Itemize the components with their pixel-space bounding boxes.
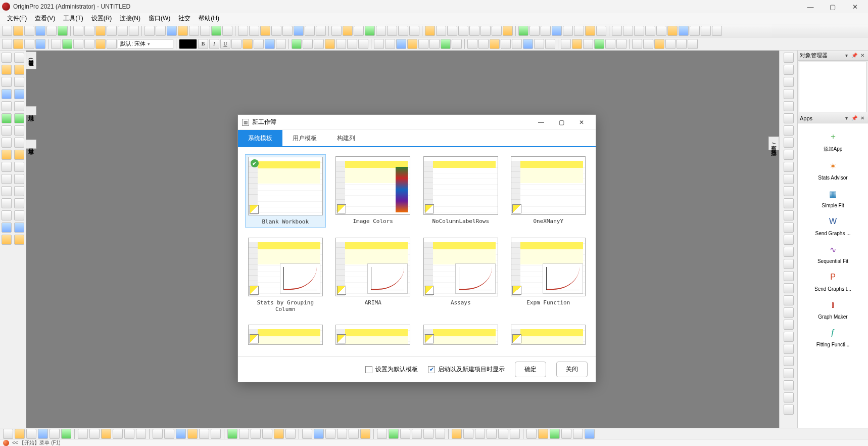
toolbar-button[interactable] [469,26,479,36]
toolbar-button[interactable] [231,39,242,49]
toolbar-button[interactable] [13,39,23,49]
app-item[interactable]: PSend Graphs t... [799,267,867,295]
toolbar-button[interactable] [276,39,286,49]
toolbar-button[interactable] [303,39,313,49]
toolbar-button[interactable] [325,39,335,49]
toolbar-button[interactable] [349,429,359,439]
toolbar-button[interactable] [2,186,12,196]
window-minimize-button[interactable]: — [799,0,822,13]
toolbar-button[interactable] [14,113,24,123]
toolbar-button[interactable] [784,53,794,63]
toolbar-button[interactable] [211,429,221,439]
toolbar-button[interactable] [667,26,678,36]
toolbar-button[interactable] [331,26,342,36]
app-item[interactable]: WSend Graphs ... [799,211,867,239]
toolbar-button[interactable] [274,429,284,439]
toolbar-button[interactable] [14,198,24,208]
toolbar-button[interactable] [498,429,508,439]
dialog-tab[interactable]: 用户模板 [282,130,327,146]
toolbar-button[interactable] [316,26,326,36]
toolbar-button[interactable] [14,235,24,245]
toolbar-button[interactable] [265,39,275,49]
dialog-maximize-button[interactable]: ▢ [551,115,571,130]
toolbar-button[interactable] [84,39,94,49]
toolbar-button[interactable] [101,429,111,439]
toolbar-button[interactable] [26,429,36,439]
toolbar-button[interactable] [314,39,324,49]
toolbar-button[interactable] [784,138,794,148]
toolbar-button[interactable] [156,26,166,36]
toolbar-button[interactable] [2,162,12,172]
toolbar-button[interactable] [654,39,664,49]
toolbar-button[interactable] [572,39,582,49]
toolbar-button[interactable] [623,26,633,36]
toolbar-button[interactable] [784,186,794,196]
toolbar-button[interactable] [784,392,794,403]
toolbar-button[interactable] [463,429,473,439]
toolbar-button[interactable] [712,26,722,36]
toolbar-button[interactable] [784,125,794,136]
toolbar-button[interactable] [596,26,606,36]
toolbar-button[interactable] [374,39,384,49]
show-on-startup-checkbox[interactable]: ✔ 启动以及新建项目时显示 [428,365,505,374]
toolbar-button[interactable] [487,429,497,439]
toolbar-button[interactable] [784,77,794,87]
app-item[interactable]: ＋添加App [799,126,867,156]
toolbar-button[interactable] [14,186,24,196]
toolbar-button[interactable] [243,39,253,49]
left-tab-message-log[interactable]: 消息日志 [26,106,36,115]
toolbar-button[interactable] [550,429,560,439]
toolbar-button[interactable] [2,53,12,63]
menu-item[interactable]: 社交 [174,13,195,24]
toolbar-button[interactable] [325,429,335,439]
toolbar-button[interactable] [784,174,794,184]
toolbar-button[interactable] [784,344,794,354]
font-combo[interactable]: 默认: 宋体 [118,39,173,49]
toolbar-button[interactable] [95,39,106,49]
panel-pin-icon[interactable]: 📌 [851,52,858,59]
toolbar-button[interactable] [552,26,562,36]
toolbar-button[interactable] [305,26,315,36]
toolbar-button[interactable] [118,26,128,36]
toolbar-button[interactable] [423,429,433,439]
toolbar-button[interactable] [254,39,264,49]
toolbar-button[interactable] [585,429,595,439]
toolbar-button[interactable] [15,429,25,439]
toolbar-button[interactable] [526,429,537,439]
template-item[interactable]: Image Colors [333,154,414,228]
toolbar-button[interactable] [784,380,794,390]
toolbar-button[interactable] [605,39,615,49]
toolbar-button[interactable] [2,77,12,87]
toolbar-button[interactable] [677,39,687,49]
toolbar-button[interactable] [585,26,595,36]
toolbar-button[interactable] [2,125,12,136]
toolbar-button[interactable] [784,198,794,208]
toolbar-button[interactable] [365,26,375,36]
toolbar-button[interactable] [467,39,477,49]
toolbar-button[interactable] [563,26,573,36]
toolbar-button[interactable] [14,222,24,233]
toolbar-button[interactable] [501,39,511,49]
dialog-minimize-button[interactable]: — [531,115,551,130]
toolbar-button[interactable] [784,259,794,269]
toolbar-button[interactable] [429,39,440,49]
toolbar-button[interactable] [389,429,399,439]
toolbar-button[interactable] [376,26,386,36]
toolbar-button[interactable] [336,39,346,49]
toolbar-button[interactable] [784,356,794,366]
panel-dropdown-icon[interactable]: ▾ [843,52,850,59]
toolbar-button[interactable] [144,26,155,36]
toolbar-button[interactable] [167,26,177,36]
toolbar-button[interactable] [573,429,583,439]
left-tab-project-explorer[interactable]: 项目管理器 (1) [26,52,36,69]
toolbar-button[interactable] [784,307,794,318]
toolbar-button[interactable] [784,271,794,281]
toolbar-button[interactable] [13,26,23,36]
toolbar-button[interactable] [409,26,419,36]
template-item[interactable]: ✔Blank Workbook [245,154,326,228]
format-u-button[interactable]: U [220,39,230,49]
template-item[interactable]: NoColumnLabelRows [420,154,501,228]
toolbar-button[interactable] [632,39,642,49]
toolbar-button[interactable] [285,429,296,439]
toolbar-button[interactable] [492,26,502,36]
